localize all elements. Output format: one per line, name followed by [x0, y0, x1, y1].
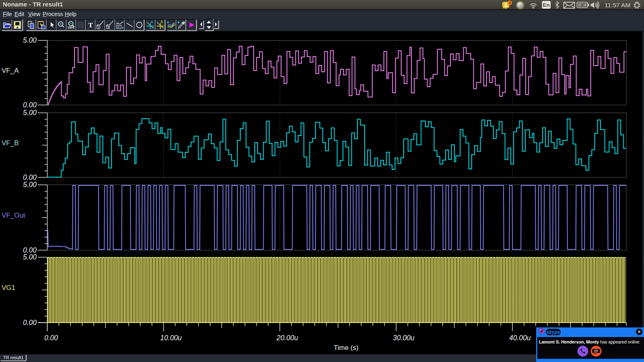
svg-text:VF_A: VF_A [2, 67, 19, 74]
svg-text:?: ? [107, 26, 109, 29]
svg-text:100%: 100% [67, 26, 74, 29]
svg-text:0.00: 0.00 [44, 334, 58, 342]
svg-text:10.00u: 10.00u [160, 334, 182, 342]
svg-text:5.00: 5.00 [23, 36, 37, 44]
svg-text:Time (s): Time (s) [334, 344, 359, 352]
svg-text:0.00: 0.00 [23, 319, 37, 327]
svg-text:x: x [122, 26, 124, 29]
svg-text:b: b [161, 20, 163, 24]
svg-text:VG1: VG1 [2, 284, 15, 292]
svg-text:VF_Out: VF_Out [2, 212, 25, 219]
svg-text:5.00: 5.00 [23, 253, 37, 261]
svg-text:20.00u: 20.00u [276, 334, 298, 342]
svg-text:11:57 AM: 11:57 AM [605, 2, 630, 8]
svg-text:5.00: 5.00 [23, 109, 37, 117]
svg-text:0.00: 0.00 [23, 101, 37, 109]
svg-text:4: 4 [509, 1, 511, 5]
svg-text:5.00: 5.00 [23, 181, 37, 189]
svg-text:a: a [151, 20, 153, 24]
svg-text:T: T [98, 26, 99, 29]
svg-text:VF_B: VF_B [2, 139, 19, 147]
svg-text:40.00u: 40.00u [509, 334, 531, 342]
svg-text:skype: skype [546, 329, 560, 335]
svg-text:0.00: 0.00 [23, 173, 37, 181]
svg-text:En: En [543, 2, 550, 8]
svg-text:30.00u: 30.00u [393, 334, 415, 342]
svg-text:T: T [89, 21, 93, 29]
